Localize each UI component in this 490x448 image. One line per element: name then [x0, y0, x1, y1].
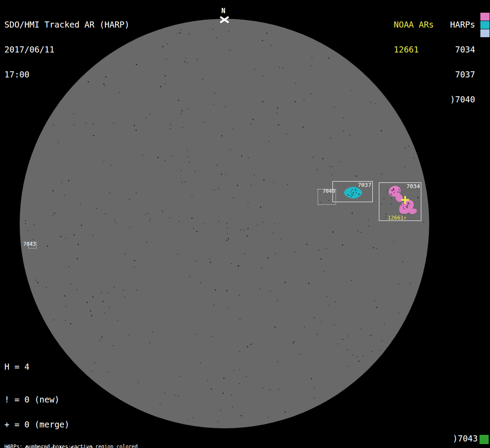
harp-box-label: 7043	[23, 242, 36, 247]
date-label: 2017/06/11	[4, 46, 130, 54]
footer-notes: HARPs: numbered boxes; active region col…	[4, 434, 180, 448]
noaa-ar-12661-label: 12661↑	[388, 215, 406, 221]
harps-legend-item: 7034	[450, 46, 475, 54]
pad-after-harp-label: )7043	[453, 434, 478, 443]
harp-box-label: 7037	[358, 182, 371, 188]
stat-line-merge: + = 0 (merge)	[4, 420, 99, 429]
harp-box-label: 7034	[406, 183, 420, 189]
harps-legend-item: )7040	[450, 95, 475, 104]
harp-box-7043: 7043	[28, 242, 37, 248]
harp-tracking-visualization: SDO/HMI Tracked AR (HARP) 2017/06/11 17:…	[0, 0, 490, 448]
noaa-ar-number: 12661	[394, 46, 434, 54]
footer-note-harps: HARPs: numbered boxes; active region col…	[4, 444, 180, 448]
time-label: 17:00	[4, 70, 130, 79]
stat-line-new: ! = 0 (new)	[4, 396, 99, 404]
harp-box-7040: 7040	[318, 189, 336, 205]
page-title: SDO/HMI Tracked AR (HARP)	[4, 21, 130, 29]
harp-box-label: 7040	[322, 189, 335, 194]
north-label: N	[221, 8, 225, 14]
harp-7040-color-swatch	[480, 29, 490, 37]
harp-box-7037: 7037	[332, 181, 373, 202]
harps-legend: HARPs 7034 7037 )7040	[450, 4, 475, 120]
noaa-ars-heading: NOAA ARs	[394, 21, 434, 29]
harps-legend-item: 7037	[450, 70, 475, 79]
harp-7037-color-swatch	[480, 21, 490, 29]
harp-7034-color-swatch	[480, 13, 490, 21]
title-block: SDO/HMI Tracked AR (HARP) 2017/06/11 17:…	[4, 4, 130, 95]
harps-heading: HARPs	[450, 21, 475, 29]
noaa-ars-legend: NOAA ARs 12661	[394, 4, 434, 70]
harp-7043-color-swatch	[480, 435, 489, 444]
harp-count: H = 4	[4, 363, 29, 371]
